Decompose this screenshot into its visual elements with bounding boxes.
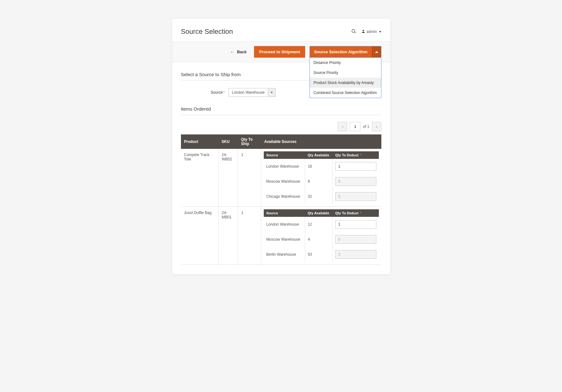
pagination: ‹ of 1 › bbox=[181, 122, 381, 131]
cell-qty-available: 12 bbox=[305, 217, 333, 232]
source-row: London Warehouse18 bbox=[264, 159, 379, 174]
page-input[interactable] bbox=[350, 122, 360, 131]
cell-qty-to-deduct bbox=[333, 159, 379, 174]
qty-to-deduct-input bbox=[335, 192, 376, 201]
items-table: Product SKU Qty To Ship Available Source… bbox=[181, 134, 381, 265]
svg-point-2 bbox=[363, 30, 364, 31]
cell-product: Joust Duffle Bag bbox=[181, 207, 219, 265]
table-row: Joust Duffle Bag24-MB011SourceQty Availa… bbox=[181, 207, 381, 265]
source-row: Moscow Warehouse9 bbox=[264, 174, 379, 189]
required-asterisk: * bbox=[360, 211, 361, 215]
col-inner-qty-available: Qty Available bbox=[305, 151, 333, 159]
cell-qty-to-ship: 1 bbox=[238, 149, 261, 207]
qty-to-deduct-input bbox=[335, 250, 376, 259]
col-inner-qty-to-deduct: Qty To Deduct * bbox=[333, 209, 379, 217]
col-product: Product bbox=[181, 134, 219, 149]
page-prev-button[interactable]: ‹ bbox=[338, 122, 347, 131]
sources-table: SourceQty AvailableQty To Deduct *London… bbox=[264, 209, 379, 262]
cell-source-name: London Warehouse bbox=[264, 217, 305, 232]
caret-up-icon bbox=[375, 51, 378, 53]
chevron-left-icon: ‹ bbox=[342, 124, 343, 129]
algorithm-toggle[interactable] bbox=[372, 46, 381, 58]
back-button-label: Back bbox=[237, 50, 247, 54]
caret-down-icon bbox=[270, 92, 273, 93]
page-of-label: of 1 bbox=[363, 124, 369, 129]
cell-qty-available: 9 bbox=[305, 174, 333, 189]
col-available-sources: Available Sources bbox=[261, 134, 381, 149]
user-icon bbox=[361, 29, 365, 34]
search-icon[interactable] bbox=[351, 29, 356, 35]
source-row: Chicago Warehouse32 bbox=[264, 189, 379, 204]
source-row: Moscow Warehouse4 bbox=[264, 232, 379, 247]
algorithm-button[interactable]: Source Selection Algorithm bbox=[310, 46, 372, 58]
algorithm-dropdown: Distance PrioritySource PriorityProduct … bbox=[310, 58, 381, 98]
cell-source-name: London Warehouse bbox=[264, 159, 305, 174]
page-title: Source Selection bbox=[181, 28, 233, 36]
source-select-caret bbox=[268, 88, 275, 97]
svg-line-1 bbox=[354, 32, 356, 33]
source-row: Berlin Warehouse53 bbox=[264, 247, 379, 262]
algorithm-option[interactable]: Source Priority bbox=[310, 68, 381, 78]
user-label: admin bbox=[367, 29, 377, 34]
cell-qty-available: 32 bbox=[305, 189, 333, 204]
cell-sku: 24-WB02 bbox=[219, 149, 238, 207]
col-qty-to-ship: Qty To Ship bbox=[238, 134, 261, 149]
cell-source-name: Chicago Warehouse bbox=[264, 189, 305, 204]
qty-to-deduct-input bbox=[335, 177, 376, 186]
cell-qty-to-deduct bbox=[333, 217, 379, 232]
cell-qty-available: 18 bbox=[305, 159, 333, 174]
user-menu[interactable]: admin bbox=[361, 29, 381, 34]
cell-qty-to-ship: 1 bbox=[238, 207, 261, 265]
cell-qty-to-deduct bbox=[333, 232, 379, 247]
required-asterisk: * bbox=[360, 153, 361, 157]
cell-source-name: Moscow Warehouse bbox=[264, 174, 305, 189]
cell-available-sources: SourceQty AvailableQty To Deduct *London… bbox=[261, 149, 381, 207]
col-inner-source: Source bbox=[264, 209, 305, 217]
cell-qty-to-deduct bbox=[333, 247, 379, 262]
caret-down-icon bbox=[379, 31, 381, 33]
cell-qty-to-deduct bbox=[333, 174, 379, 189]
cell-qty-to-deduct bbox=[333, 189, 379, 204]
algorithm-option[interactable]: Distance Priority bbox=[310, 58, 381, 68]
cell-sku: 24-MB01 bbox=[219, 207, 238, 265]
qty-to-deduct-input[interactable] bbox=[335, 220, 376, 229]
col-inner-source: Source bbox=[264, 151, 305, 159]
qty-to-deduct-input[interactable] bbox=[335, 162, 376, 171]
cell-qty-available: 4 bbox=[305, 232, 333, 247]
items-ordered-title: Items Ordered bbox=[181, 106, 381, 115]
back-button[interactable]: ← Back bbox=[227, 46, 250, 58]
cell-source-name: Berlin Warehouse bbox=[264, 247, 305, 262]
source-select[interactable]: London Warehouse bbox=[229, 88, 276, 97]
cell-qty-available: 53 bbox=[305, 247, 333, 262]
source-field-label: Source* bbox=[181, 90, 225, 95]
header: Source Selection admin bbox=[181, 28, 381, 36]
col-sku: SKU bbox=[219, 134, 238, 149]
toolbar: ← Back Proceed to Shipment Source Select… bbox=[172, 41, 390, 62]
algorithm-option[interactable]: Combined Source Selection Algorithm bbox=[310, 88, 381, 98]
algorithm-option[interactable]: Product Stock Availability by Amasty bbox=[310, 78, 381, 88]
table-row: Compete Track Tote24-WB021SourceQty Avai… bbox=[181, 149, 381, 207]
col-inner-qty-to-deduct: Qty To Deduct * bbox=[333, 151, 379, 159]
svg-point-0 bbox=[352, 29, 355, 32]
algorithm-split-button: Source Selection Algorithm Distance Prio… bbox=[310, 46, 381, 58]
proceed-button[interactable]: Proceed to Shipment bbox=[254, 46, 305, 58]
source-select-value: London Warehouse bbox=[229, 88, 268, 97]
source-row: London Warehouse12 bbox=[264, 217, 379, 232]
sources-table: SourceQty AvailableQty To Deduct *London… bbox=[264, 151, 379, 204]
arrow-left-icon: ← bbox=[230, 50, 234, 54]
chevron-right-icon: › bbox=[376, 124, 377, 129]
cell-product: Compete Track Tote bbox=[181, 149, 219, 207]
qty-to-deduct-input bbox=[335, 235, 376, 244]
header-actions: admin bbox=[351, 29, 381, 35]
required-asterisk: * bbox=[223, 90, 225, 95]
cell-available-sources: SourceQty AvailableQty To Deduct *London… bbox=[261, 207, 381, 265]
page-card: Source Selection admin ← Back Proceed to… bbox=[172, 19, 390, 274]
page-next-button[interactable]: › bbox=[372, 122, 381, 131]
cell-source-name: Moscow Warehouse bbox=[264, 232, 305, 247]
col-inner-qty-available: Qty Available bbox=[305, 209, 333, 217]
